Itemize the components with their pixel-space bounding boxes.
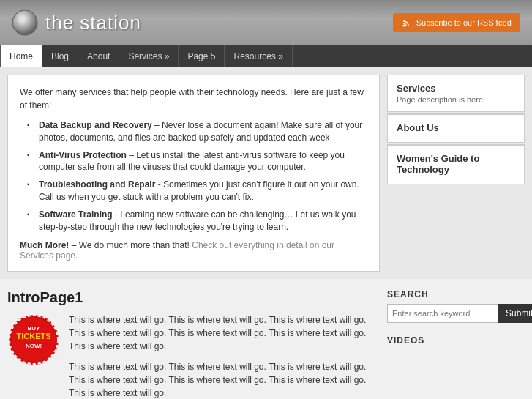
services-list: Data Backup and Recovery – Never lose a … (27, 119, 367, 233)
rss-label: Subscribe to our RSS feed (416, 18, 512, 27)
list-item: Anti-Virus Protection – Let us install t… (27, 149, 367, 174)
lower-para-1: This is where text will go. This is wher… (69, 313, 380, 353)
buy-tickets-badge: BUY TICKETS NOW! (7, 313, 60, 366)
more-text: Much More! – We do much more than that! … (20, 240, 367, 261)
sidebar-womens-title: Women's Guide to Technology (397, 153, 515, 175)
lower-main: IntroPage1 BUY TICKETS NOW! This is wher… (7, 289, 380, 399)
logo-icon (12, 10, 38, 36)
svg-point-1 (18, 16, 26, 23)
nav-item-services[interactable]: Services » (119, 45, 179, 67)
logo-area: the station (12, 10, 141, 36)
page-title: IntroPage1 (7, 289, 83, 305)
nav-item-page5[interactable]: Page 5 (179, 45, 225, 67)
sidebar: Services Page description is here About … (387, 75, 525, 272)
main-content-panel: We offer many services that help people … (7, 75, 380, 272)
search-button[interactable]: Submit (498, 304, 532, 323)
lower-content: BUY TICKETS NOW! This is where text will… (7, 313, 380, 399)
nav-item-home[interactable]: Home (0, 45, 42, 67)
nav-item-resources[interactable]: Resources » (225, 45, 292, 67)
main-nav: Home Blog About Services » Page 5 Resour… (0, 45, 532, 67)
intro-text: We offer many services that help people … (20, 86, 367, 112)
more-bold: Much More! (20, 240, 69, 250)
buy-badge-svg: BUY TICKETS NOW! (8, 314, 59, 365)
sidebar-services-title: Services (397, 83, 515, 94)
search-row: Submit (387, 304, 525, 323)
svg-text:TICKETS: TICKETS (16, 332, 50, 340)
rss-subscribe-button[interactable]: Subscribe to our RSS feed (393, 13, 520, 32)
bullet-bold: Data Backup and Recovery (39, 120, 152, 130)
search-section: SEARCH Submit (387, 289, 525, 323)
bullet-bold: Troubleshooting and Repair (39, 179, 155, 190)
list-item: Software Training - Learning new softwar… (27, 209, 367, 234)
sidebar-womens: Women's Guide to Technology (387, 145, 525, 184)
sidebar-about-title: About Us (397, 122, 515, 133)
site-title: the station (45, 12, 141, 34)
list-item: Data Backup and Recovery – Never lose a … (27, 119, 367, 144)
videos-section: VIDEOS (387, 335, 525, 346)
search-title: SEARCH (387, 289, 525, 299)
videos-title: VIDEOS (387, 335, 525, 346)
nav-item-about[interactable]: About (78, 45, 119, 67)
bullet-bold: Software Training (39, 209, 113, 220)
lower-para-2: This is where text will go. This is wher… (69, 360, 380, 399)
lower-sidebar: SEARCH Submit VIDEOS (387, 289, 525, 399)
lower-divider (387, 329, 525, 329)
header: the station Subscribe to our RSS feed (0, 0, 532, 45)
rss-icon (402, 18, 412, 28)
svg-text:NOW!: NOW! (26, 343, 42, 349)
search-input[interactable] (387, 304, 498, 323)
svg-point-0 (12, 10, 37, 35)
bullet-bold: Anti-Virus Protection (39, 150, 127, 160)
nav-item-blog[interactable]: Blog (42, 45, 78, 67)
sidebar-services: Services Page description is here (387, 75, 525, 112)
page-title-area: IntroPage1 (7, 289, 380, 306)
content-wrapper: We offer many services that help people … (0, 67, 532, 279)
more-middle: – We do much more than that! (69, 240, 192, 250)
lower-wrapper: IntroPage1 BUY TICKETS NOW! This is wher… (0, 279, 532, 399)
sidebar-about: About Us (387, 114, 525, 143)
sidebar-services-desc: Page description is here (397, 95, 515, 104)
lower-text-group: This is where text will go. This is wher… (69, 313, 380, 399)
svg-text:BUY: BUY (28, 325, 41, 332)
svg-point-3 (402, 25, 405, 27)
list-item: Troubleshooting and Repair - Sometimes y… (27, 179, 367, 204)
